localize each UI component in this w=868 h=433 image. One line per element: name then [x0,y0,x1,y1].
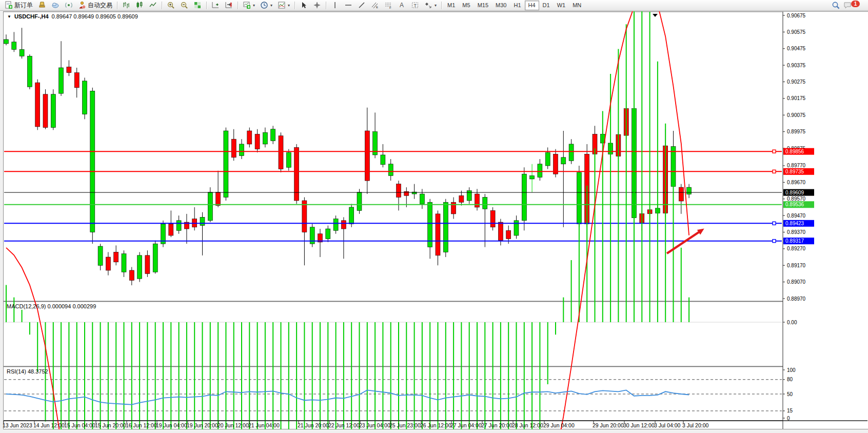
fibonacci-button[interactable]: F [382,0,395,11]
search-icon[interactable] [832,1,840,10]
svg-text:0.90375: 0.90375 [787,63,806,68]
svg-text:F: F [389,6,391,9]
timeframe-M30-button[interactable]: M30 [492,1,510,10]
label-icon: T [411,1,419,9]
svg-text:0.00: 0.00 [787,320,797,325]
candle-chart-button[interactable] [133,0,146,11]
autotrading-button-label: 自动交易 [88,1,112,10]
svg-text:15 Jun 04:00: 15 Jun 04:00 [64,422,95,428]
tile-windows-button[interactable] [191,0,204,11]
zoom-in-icon [167,1,175,9]
trendline-button[interactable] [355,0,368,11]
svg-text:0.89170: 0.89170 [787,263,806,268]
svg-text:0.89536: 0.89536 [785,202,804,207]
svg-text:13 Jun 2023: 13 Jun 2023 [3,422,32,428]
vline-button[interactable] [328,0,342,11]
toolbar: 新订单自动交易▾▾▾EFAT▾M1M5M15M30H1H4D1W1MN1 [0,0,868,11]
text-icon: A [398,1,406,9]
svg-text:26 Jun 12:00: 26 Jun 12:00 [420,422,451,428]
svg-text:0.89975: 0.89975 [787,129,806,134]
timeframe-M15-button[interactable]: M15 [474,1,492,10]
channel-icon: E [371,1,379,9]
svg-text:0.90575: 0.90575 [787,29,806,35]
clock-icon [260,1,268,9]
toolbar-separator [294,2,295,9]
shapes-icon [424,1,432,9]
crosshair-icon [313,1,321,9]
chart-shift-button[interactable] [209,0,222,11]
label-button[interactable]: T [408,0,422,11]
svg-text:28 Jun 12:00: 28 Jun 12:00 [512,422,543,428]
svg-text:27 Jun 04:00: 27 Jun 04:00 [450,422,482,428]
bar-chart-button[interactable] [120,0,133,11]
doc-plus-icon [5,1,13,9]
tile-windows-icon [193,1,202,9]
period-button[interactable]: ▾ [258,0,275,11]
indicators-icon [278,1,286,9]
svg-text:0.89735: 0.89735 [785,169,804,174]
toolbar-separator [117,2,117,9]
svg-text:29 Jun 04:00: 29 Jun 04:00 [543,422,575,428]
svg-text:0.90175: 0.90175 [787,95,806,101]
shapes-button[interactable]: ▾ [422,0,439,11]
timeframe-M5-button[interactable]: M5 [459,1,474,10]
zoom-in-button[interactable] [164,0,177,11]
svg-text:19 Jun 04:00: 19 Jun 04:00 [156,422,187,428]
publish-button[interactable] [49,0,62,11]
new-order-button-label: 新订单 [14,1,33,10]
text-button[interactable]: A [395,0,408,11]
auto-scroll-button[interactable] [222,0,235,11]
new-chart-button[interactable]: ▾ [240,0,258,11]
timeframe-M1-button[interactable]: M1 [444,1,459,10]
svg-text:0.89317: 0.89317 [785,238,804,244]
svg-text:0.89423: 0.89423 [785,221,804,226]
cursor-icon [300,1,308,9]
svg-text:15: 15 [787,408,793,414]
toolbar-separator [206,2,207,9]
svg-text:29 Jun 20:00: 29 Jun 20:00 [593,422,624,428]
zoom-out-icon [180,1,188,9]
svg-text:0.89770: 0.89770 [787,163,806,168]
svg-text:0.89670: 0.89670 [787,180,806,185]
timeframe-MN-button[interactable]: MN [569,1,585,10]
line-chart-button[interactable] [146,0,160,11]
timeframe-H1-button[interactable]: H1 [510,1,524,10]
timeframe-W1-button[interactable]: W1 [554,1,569,10]
rsi-indicator-label: RSI(14) 48.3752 [7,368,48,375]
chevron-down-icon: ▾ [270,3,272,8]
svg-text:0: 0 [787,416,790,421]
chevron-down-icon: ▾ [288,3,290,8]
channel-button[interactable]: E [368,0,382,11]
chart-title-bar[interactable]: ▼ USDCHF-,H4 0.89647 0.89649 0.89605 0.8… [7,13,138,19]
timeframe-D1-button[interactable]: D1 [539,1,554,10]
indicators-button[interactable]: ▾ [275,0,292,11]
svg-text:T: T [414,3,417,8]
chat-icon[interactable] [843,1,852,10]
notification-badge[interactable]: 1 [851,1,860,7]
cloud-icon [51,1,60,9]
svg-text:21 Jun 20:00: 21 Jun 20:00 [298,422,329,428]
chevron-down-icon: ▾ [253,3,255,8]
svg-text:50: 50 [787,391,793,397]
new-order-button[interactable]: 新订单 [2,0,35,11]
svg-text:25 Jun 23:00: 25 Jun 23:00 [389,422,421,428]
timeframe-H4-button[interactable]: H4 [525,1,539,10]
cursor-button[interactable] [297,0,310,11]
autotrading-button[interactable]: 自动交易 [75,0,115,11]
chevron-down-icon[interactable]: ▼ [7,14,11,19]
svg-text:0.89609: 0.89609 [785,190,804,195]
crosshair-button[interactable] [310,0,324,11]
chevron-down-icon: ▾ [435,3,437,8]
toolbar-separator [326,2,326,9]
svg-text:0.90275: 0.90275 [787,79,806,85]
stamp-button[interactable] [35,0,49,11]
hline-button[interactable] [342,0,355,11]
zoom-out-button[interactable] [177,0,191,11]
svg-text:0.90675: 0.90675 [787,13,806,18]
candle-chart-icon [135,1,144,9]
symbol-period-label: USDCHF-,H4 [14,13,49,19]
hline-icon [344,1,352,9]
bar-chart-icon [122,1,130,9]
signals-button[interactable] [62,0,75,11]
price-chart[interactable]: 0.906750.905750.904750.903750.902750.901… [0,11,868,429]
